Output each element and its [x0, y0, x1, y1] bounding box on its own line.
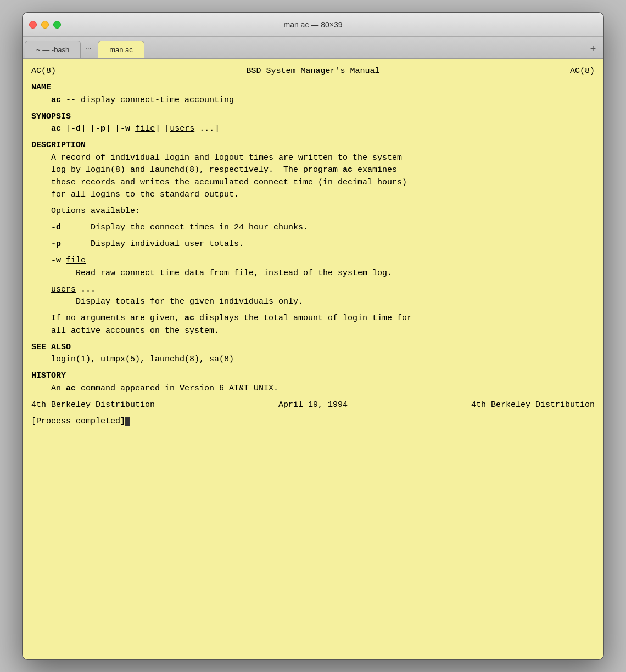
close-button[interactable] — [29, 21, 37, 29]
terminal-window: man ac — 80×39 ~ — -bash ... man ac + AC… — [22, 12, 604, 660]
opt-w-desc: Read raw connect time data from file, in… — [31, 267, 595, 280]
window-title: man ac — 80×39 — [283, 20, 342, 29]
process-completed: [Process completed] — [31, 416, 595, 428]
terminal-body: AC(8) BSD System Manager's Manual AC(8) … — [23, 59, 603, 659]
man-header: AC(8) BSD System Manager's Manual AC(8) — [31, 65, 595, 78]
tab-dots[interactable]: ... — [81, 42, 96, 51]
header-center: BSD System Manager's Manual — [246, 65, 379, 78]
tab-bar: ~ — -bash ... man ac + — [23, 37, 603, 59]
opt-users-flag: users ... — [31, 284, 595, 296]
traffic-lights — [29, 21, 61, 29]
man-footer: 4th Berkeley Distribution April 19, 1994… — [31, 399, 595, 412]
description-line-3: these records and writes the accumulated… — [31, 177, 595, 189]
name-body: ac -- display connect-time accounting — [31, 94, 595, 107]
name-section: NAME — [31, 82, 595, 94]
tab-bash[interactable]: ~ — -bash — [25, 41, 81, 58]
history-section: HISTORY — [31, 370, 595, 383]
synopsis-section: SYNOPSIS — [31, 111, 595, 124]
footer-right: 4th Berkeley Distribution — [471, 399, 595, 412]
maximize-button[interactable] — [53, 21, 61, 29]
see-also-body: login(1), utmpx(5), launchd(8), sa(8) — [31, 354, 595, 366]
add-tab-button[interactable]: + — [587, 43, 599, 55]
opt-p: -p Display individual user totals. — [31, 238, 595, 251]
description-section: DESCRIPTION — [31, 139, 595, 152]
opt-users-desc: Display totals for the given individuals… — [31, 296, 595, 309]
description-line-1: A record of individual login and logout … — [31, 152, 595, 165]
tab-manac[interactable]: man ac — [98, 41, 144, 58]
header-right: AC(8) — [570, 65, 595, 78]
synopsis-body: ac [-d] [-p] [-w file] [users ...] — [31, 123, 595, 136]
title-bar: man ac — 80×39 — [23, 13, 603, 37]
opt-w-flag: -w file — [31, 255, 595, 267]
minimize-button[interactable] — [41, 21, 49, 29]
opt-d: -d Display the connect times in 24 hour … — [31, 222, 595, 234]
see-also-section: SEE ALSO — [31, 341, 595, 354]
cursor — [125, 417, 130, 426]
description-line-5: If no arguments are given, ac displays t… — [31, 312, 595, 325]
options-label: Options available: — [31, 205, 595, 218]
description-line-2: log by login(8) and launchd(8), respecti… — [31, 164, 595, 177]
history-body: An ac command appeared in Version 6 AT&T… — [31, 383, 595, 395]
description-line-4: for all logins to the standard output. — [31, 189, 595, 201]
description-line-6: all active accounts on the system. — [31, 325, 595, 338]
footer-left: 4th Berkeley Distribution — [31, 399, 155, 412]
footer-center: April 19, 1994 — [278, 399, 348, 412]
header-left: AC(8) — [31, 65, 56, 78]
